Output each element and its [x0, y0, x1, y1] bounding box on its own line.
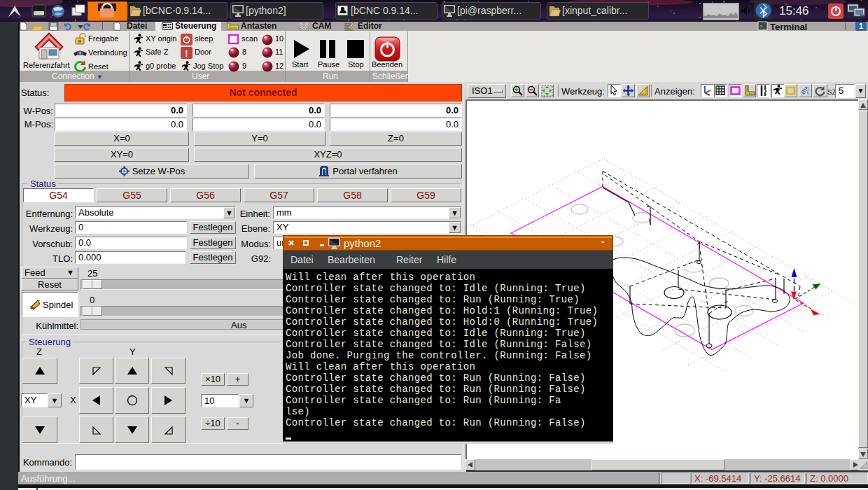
svg-text:>_: >_	[760, 23, 766, 29]
svg-text:!: !	[185, 48, 188, 59]
